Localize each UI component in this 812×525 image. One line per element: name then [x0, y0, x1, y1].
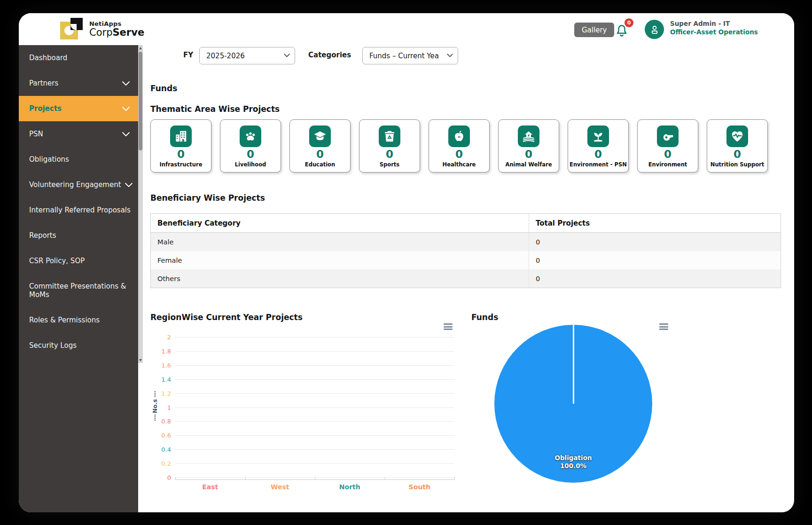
sidebar-item-partners[interactable]: Partners: [19, 71, 138, 96]
chevron-down-icon: [122, 81, 130, 86]
thematic-card-count: 0: [594, 149, 602, 160]
sidebar-item-label: Volunteering Engagement: [29, 180, 121, 189]
total-projects-cell: 0: [529, 269, 781, 288]
categories-label: Categories: [308, 51, 351, 59]
user-name: Super Admin - IT: [670, 19, 758, 28]
regionwise-chart: RegionWise Current Year Projects No.s 21…: [143, 309, 467, 497]
brand: NetiApps CorpServe: [60, 18, 144, 40]
chart-menu-icon[interactable]: [444, 323, 453, 330]
beneficiary-table: Beneficiary Category Total Projects Male…: [150, 213, 781, 288]
sidebar-item-roles-permissions[interactable]: Roles & Permissions: [19, 307, 138, 333]
y-tick-label: 1.8: [143, 347, 171, 354]
thematic-card-label: Nutrition Support: [710, 161, 764, 168]
y-tick-label: 1.6: [143, 361, 171, 368]
x-axis-line: [175, 479, 454, 480]
chevron-down-icon: [122, 132, 130, 136]
x-tick: [454, 477, 455, 480]
total-projects-cell: 0: [529, 251, 781, 269]
fy-select-value: 2025-2026: [206, 52, 245, 60]
gridline: [175, 393, 454, 394]
gallery-button[interactable]: Gallery: [574, 23, 614, 37]
sidebar-item-label: Committee Presentations & MoMs: [29, 282, 130, 299]
sidebar-item-projects[interactable]: Projects: [19, 96, 138, 121]
beneficiary-category-header: Beneficiary Category: [151, 214, 529, 232]
thematic-card-count: 0: [386, 149, 393, 160]
thematic-card-label: Environment - PSN: [570, 161, 627, 168]
paw-icon: [240, 125, 261, 147]
table-header-row: Beneficiary Category Total Projects: [151, 214, 781, 233]
thematic-card-count: 0: [247, 149, 254, 160]
x-tick-label-west: West: [257, 483, 304, 491]
sidebar-item-label: Projects: [29, 104, 62, 113]
y-tick-label: 0.4: [143, 446, 171, 453]
thematic-card-label: Infrastructure: [159, 161, 202, 168]
thematic-card: 0 Education: [289, 119, 351, 172]
avatar[interactable]: [645, 20, 664, 39]
sidebar-item-reports[interactable]: Reports: [19, 223, 138, 248]
scrollbar-down-arrow[interactable]: [138, 357, 143, 363]
fy-select[interactable]: 2025-2026: [199, 47, 295, 64]
user-role: Officer-Asset Operations: [670, 28, 758, 36]
scrollbar-up-arrow[interactable]: [138, 45, 143, 51]
sidebar-item-obligations[interactable]: Obligations: [19, 147, 138, 172]
gridline: [175, 449, 454, 450]
sidebar-item-label: Partners: [29, 79, 58, 87]
thematic-card-count: 0: [664, 149, 671, 160]
person-icon: [648, 24, 661, 36]
sidebar-item-psn[interactable]: PSN: [19, 121, 138, 147]
beneficiary-section-title: Beneficiary Wise Projects: [150, 193, 265, 203]
heart-pulse-icon: [726, 125, 748, 147]
gridline: [175, 365, 454, 366]
thematic-card-label: Livelihood: [235, 161, 266, 168]
apple-icon: [448, 125, 470, 147]
sidebar-item-committee-presentations-moms[interactable]: Committee Presentations & MoMs: [19, 274, 138, 307]
y-tick-label: 1: [143, 404, 171, 411]
sidebar-item-dashboard[interactable]: Dashboard: [19, 45, 138, 71]
notification-badge: 0: [625, 18, 633, 27]
sidebar-item-csr-policy-sop[interactable]: CSR Policy, SOP: [19, 248, 138, 274]
app-window: NetiApps CorpServe Gallery 0 Super Adm: [19, 13, 794, 512]
pie-slice-percent: 100.0%: [526, 462, 620, 470]
seedling-icon: [587, 125, 609, 147]
corpserve-logo-icon: [60, 18, 83, 40]
scrollbar-thumb[interactable]: [139, 52, 142, 150]
user-info: Super Admin - IT Officer-Asset Operation…: [670, 19, 758, 36]
recycle-bin-icon: [379, 125, 400, 147]
graduation-cap-icon: [309, 125, 331, 147]
funds-section-title: Funds: [150, 84, 177, 93]
beneficiary-category-cell: Female: [151, 251, 529, 269]
brand-serve: Serve: [112, 27, 144, 38]
sidebar-item-volunteering-engagement[interactable]: Volunteering Engagement: [19, 172, 138, 197]
table-row: Male 0: [151, 233, 781, 251]
sidebar-item-label: Dashboard: [29, 54, 67, 62]
logo-black-square: [70, 18, 83, 30]
y-tick-label: 0.6: [143, 432, 171, 439]
sidebar-scrollbar[interactable]: [138, 45, 143, 363]
chevron-down-icon: [122, 107, 130, 111]
sidebar-item-internally-referred-proposals[interactable]: Internally Referred Proposals: [19, 197, 138, 223]
farm-icon: [518, 125, 539, 147]
gridline: [175, 379, 454, 380]
thematic-card-count: 0: [525, 149, 532, 160]
funds-pie-chart: Funds Obligation 100.0%: [471, 309, 692, 497]
sidebar: Dashboard Partners Projects PSN Obligati…: [19, 45, 138, 512]
gridline: [175, 421, 454, 422]
x-tick-label-south: South: [396, 483, 443, 491]
pie-slice-label: Obligation 100.0%: [526, 454, 620, 470]
chart-menu-icon[interactable]: [659, 323, 668, 330]
y-tick-label: 1.2: [143, 390, 171, 397]
sidebar-item-label: CSR Policy, SOP: [29, 257, 85, 265]
categories-select[interactable]: Funds – Current Yea: [362, 47, 458, 64]
thematic-card: 0 Sports: [359, 119, 420, 172]
thematic-card: 0 Environment - PSN: [568, 119, 629, 172]
notifications-button[interactable]: 0: [614, 21, 632, 39]
fy-label: FY: [183, 51, 193, 59]
table-row: Others 0: [151, 269, 781, 288]
sidebar-item-security-logs[interactable]: Security Logs: [19, 333, 138, 358]
whistle-icon: [657, 125, 679, 147]
y-tick-label: 0.8: [143, 418, 171, 425]
regionwise-chart-title: RegionWise Current Year Projects: [150, 313, 303, 322]
table-row: Female 0: [151, 251, 781, 269]
beneficiary-category-cell: Others: [151, 269, 529, 288]
sidebar-item-label: PSN: [29, 130, 43, 138]
